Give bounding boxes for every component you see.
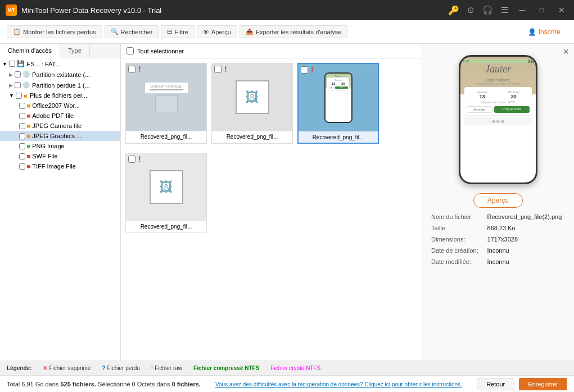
- legend-encrypted: Fichier crypté NTFS: [270, 365, 320, 371]
- help-link[interactable]: Vous avez des difficultés avec la récupé…: [215, 381, 462, 388]
- png-icon: ■: [27, 143, 31, 149]
- phone-card-title: Départ différé: [476, 78, 521, 82]
- jpeg-camera-checkbox[interactable]: [19, 123, 25, 129]
- adobe-pdf-checkbox[interactable]: [19, 113, 25, 119]
- tree-jpeg-graphics[interactable]: · ■ JPEG Graphics ...: [0, 131, 120, 141]
- total-size: Total 6,91 Go dans: [7, 381, 58, 388]
- legend-bar: Légende: ✕ Fichier supprimé ? Fichier pe…: [0, 361, 574, 375]
- file-info: Nom du fichier: Recovered_png_file(2).pn…: [428, 211, 568, 267]
- tiff-checkbox[interactable]: [19, 163, 25, 170]
- tab-path[interactable]: Chemin d'accès: [0, 44, 60, 58]
- maximize-btn[interactable]: □: [536, 6, 547, 14]
- tree-root-label: ES... : FAT...: [26, 61, 60, 67]
- lost-label: Fichier perdu: [107, 365, 139, 371]
- tree-swf-file[interactable]: · ■ SWF File: [0, 151, 120, 161]
- deleted-symbol: ✕: [43, 365, 47, 371]
- show-lost-files-button[interactable]: 📋 Montrer les fichiers perdus: [7, 25, 102, 38]
- phone-content: 11:22 ▐▐▐ Jauter Départ différé Sélectio…: [460, 57, 536, 183]
- show-lost-icon: 📋: [13, 28, 21, 35]
- back-button[interactable]: Retour: [477, 378, 514, 390]
- thumb3-checkbox[interactable]: [301, 66, 308, 74]
- tree-jpeg-camera[interactable]: · ■ JPEG Camera file: [0, 121, 120, 131]
- thumb-item[interactable]: ! 🖼 Recovered_png_fil...: [125, 153, 207, 233]
- thumb4-error-icon: !: [138, 154, 141, 163]
- tree-partition-existing[interactable]: ▶ 💿 Partition existante (...: [0, 69, 120, 80]
- phone-card-subtitle: Sélectionnez la date et l'heure: [476, 82, 521, 85]
- export-icon: 📤: [246, 28, 254, 35]
- file-name-label: Nom du fichier:: [428, 211, 484, 222]
- file-created-label: Date de création:: [428, 245, 484, 256]
- file-dim-val: 1717x3028: [484, 234, 568, 245]
- tree-adobe-pdf[interactable]: · ■ Adobe PDF file: [0, 111, 120, 121]
- thumb2-error-icon: !: [224, 65, 227, 74]
- help-link-container: Vous avez des difficultés avec la récupé…: [204, 381, 473, 388]
- tree-swf-label: SWF File: [32, 153, 57, 159]
- vitesse-label: Vitesse de route: 1000: [467, 101, 530, 104]
- filter-button[interactable]: ⊟ Filtre: [161, 25, 194, 38]
- raw-label: Fichier raw: [155, 365, 182, 371]
- status-info: Total 6,91 Go dans 525 fichiers. Sélecti…: [7, 381, 201, 388]
- root-checkbox[interactable]: [9, 61, 15, 67]
- phone-bottom-bar: ▤ ▤ ▤: [464, 117, 532, 125]
- thumb3-image-area: Jauter Départ 13 30 ✕ OK: [299, 64, 378, 131]
- headphone-icon[interactable]: 🎧: [482, 5, 493, 15]
- tab-type[interactable]: Type: [60, 44, 90, 58]
- office2007-checkbox[interactable]: [19, 103, 25, 109]
- bottom-bar: Total 6,91 Go dans 525 fichiers. Sélecti…: [0, 375, 574, 392]
- thumb4-checkbox[interactable]: [128, 156, 135, 163]
- phone-card-row: Heures 13 Minutes 30: [467, 90, 530, 99]
- legend-deleted: ✕ Fichier supprimé: [43, 365, 91, 371]
- jpeg-graphics-icon: ■: [27, 133, 31, 139]
- thumb1-label: Recovered_png_fil...: [126, 131, 206, 142]
- select-all-checkbox[interactable]: [126, 47, 134, 54]
- more-files-icon: ■: [24, 93, 27, 99]
- jpeg-graphics-checkbox[interactable]: [19, 133, 25, 139]
- png-image-checkbox[interactable]: [19, 143, 25, 149]
- preview-toolbar-button[interactable]: 👁 Aperçu: [197, 25, 237, 38]
- thumb2-label: Recovered_png_fil...: [212, 131, 292, 142]
- tree-more-files[interactable]: ▼ ■ Plus de fichiers per...: [0, 90, 120, 101]
- close-btn[interactable]: ✕: [555, 6, 568, 15]
- menu-icon[interactable]: ☰: [501, 5, 508, 15]
- right-panel-close-button[interactable]: ✕: [563, 47, 570, 56]
- tree-office2007[interactable]: · ■ Office2007 Wor...: [0, 101, 120, 111]
- thumb-item[interactable]: ! 🖼 Recovered_png_fil...: [211, 63, 293, 144]
- file-created-row: Date de création: Inconnu: [428, 245, 568, 256]
- search-button[interactable]: 🔍 Rechercher: [105, 25, 159, 38]
- tree-png-label: PNG Image: [32, 143, 64, 149]
- drive-icon: 💾: [17, 60, 25, 67]
- thumb1-checkbox[interactable]: [128, 66, 135, 73]
- tree-jpeg-camera-label: JPEG Camera file: [32, 122, 82, 129]
- tabs: Chemin d'accès Type: [0, 44, 120, 58]
- app-title: MiniTool Power Data Recovery v10.0 - Tri…: [21, 6, 161, 15]
- thumb2-checkbox[interactable]: [214, 66, 222, 73]
- thumb4-label: Recovered_png_fil...: [126, 221, 206, 232]
- partition-lost-checkbox[interactable]: [15, 82, 21, 88]
- tree-png-image[interactable]: · ■ PNG Image: [0, 141, 120, 151]
- register-button[interactable]: 👤 Inscrire: [521, 26, 567, 38]
- tree-office-label: Office2007 Wor...: [32, 102, 80, 109]
- vitesse-val: 1000: [508, 101, 515, 104]
- tree-partition-lost[interactable]: ▶ 💿 Partition perdue 1 (...: [0, 80, 120, 90]
- key-icon[interactable]: 🔑: [448, 5, 459, 16]
- thumb-item[interactable]: ! CROUP FRANCE Recovered_png_fil...: [125, 63, 207, 144]
- bottom-buttons: Retour Enregistrer: [477, 378, 567, 390]
- circle-icon[interactable]: ⊙: [467, 5, 474, 15]
- export-button[interactable]: 📤 Exporter les résultats d'analyse: [239, 25, 348, 38]
- minimize-btn[interactable]: ─: [516, 6, 528, 15]
- file-size-label: Taille:: [428, 222, 484, 234]
- tree-root[interactable]: ▼ 💾 ES... : FAT...: [0, 58, 120, 69]
- tree-tiff-file[interactable]: · ■ TIFF Image File: [0, 161, 120, 171]
- partition-existing-checkbox[interactable]: [15, 71, 21, 78]
- select-all-label: Tout sélectionner: [137, 48, 184, 54]
- thumb4-placeholder: 🖼: [150, 170, 183, 204]
- save-button[interactable]: Enregistrer: [519, 378, 567, 390]
- legend-lost: ? Fichier perdu: [102, 365, 139, 371]
- thumb3-error-icon: !: [311, 65, 314, 74]
- partition-icon: 💿: [22, 71, 30, 78]
- tree-more-files-label: Plus de fichiers per...: [30, 92, 87, 99]
- thumb-item[interactable]: ! Jauter Départ 13 30: [297, 63, 379, 144]
- swf-checkbox[interactable]: [19, 153, 25, 159]
- preview-button[interactable]: Aperçu: [473, 193, 523, 208]
- more-files-checkbox[interactable]: [16, 93, 22, 99]
